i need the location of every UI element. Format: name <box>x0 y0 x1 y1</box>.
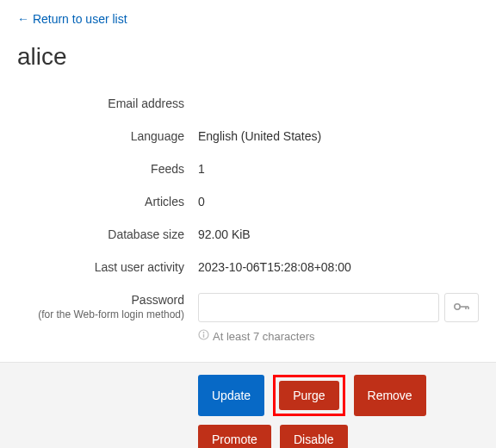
last-activity-value: 2023-10-06T15:28:08+08:00 <box>198 260 479 274</box>
password-sublabel: (for the Web-form login method) <box>17 308 184 320</box>
update-button[interactable]: Update <box>198 375 264 416</box>
articles-label: Articles <box>17 195 198 208</box>
reveal-password-button[interactable] <box>444 293 479 322</box>
svg-point-0 <box>455 303 460 308</box>
email-label: Email address <box>17 96 198 110</box>
info-icon <box>198 329 209 343</box>
actions-bar: Update Purge Remove Promote Disable <box>0 362 496 448</box>
svg-point-5 <box>203 332 205 333</box>
key-icon <box>454 302 469 314</box>
page-title: alice <box>17 43 479 71</box>
svg-rect-6 <box>203 334 204 338</box>
database-size-value: 92.00 KiB <box>198 227 479 241</box>
password-label: Password <box>132 293 184 307</box>
promote-button[interactable]: Promote <box>198 425 271 448</box>
return-to-user-list-link[interactable]: ← Return to user list <box>17 12 127 26</box>
language-value: English (United States) <box>198 129 479 143</box>
database-size-label: Database size <box>17 227 198 241</box>
purge-button[interactable]: Purge <box>279 381 338 410</box>
articles-value: 0 <box>198 195 479 208</box>
password-input[interactable] <box>198 293 439 322</box>
last-activity-label: Last user activity <box>17 260 198 274</box>
highlight-box: Purge <box>273 375 344 416</box>
disable-button[interactable]: Disable <box>280 425 348 448</box>
language-label: Language <box>17 129 198 143</box>
feeds-value: 1 <box>198 162 479 176</box>
remove-button[interactable]: Remove <box>354 375 426 416</box>
password-hint: At least 7 characters <box>213 330 315 343</box>
feeds-label: Feeds <box>17 162 198 176</box>
